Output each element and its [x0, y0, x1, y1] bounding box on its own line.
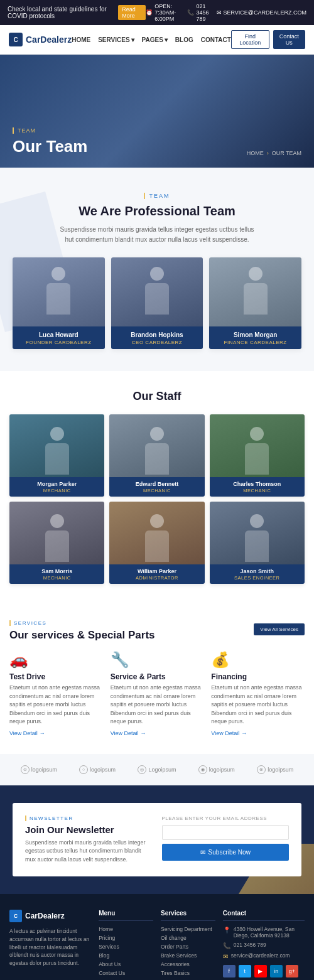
footer-link[interactable]: Brake Services [161, 952, 215, 959]
team-member-name: Luca Howard [18, 331, 100, 338]
footer-link[interactable]: Tires Basics [161, 970, 215, 976]
partner-name: logoipsum [31, 767, 57, 773]
service-name: Test Drive [9, 672, 103, 681]
partner-icon: ⊙ [21, 765, 30, 774]
hero-tag: TEAM [13, 127, 87, 134]
view-all-services-button[interactable]: View All Services [254, 623, 305, 635]
newsletter-tag: NEWSLETTER [25, 816, 153, 821]
breadcrumb: HOME › OUR TEAM [247, 150, 301, 156]
staff-card-info: Charles Thomson MECHANIC [210, 477, 305, 497]
phone-icon: 📞 [223, 942, 230, 949]
newsletter-title: Join Our Newsletter [25, 824, 153, 835]
footer-menu-title: Menu [99, 910, 153, 921]
contact-us-button[interactable]: Contact Us [273, 30, 305, 49]
partner-logo: ⊗ logoipsum [257, 765, 293, 774]
staff-member-name: Jason Smith [213, 568, 301, 574]
team-member-photo [111, 257, 203, 326]
partner-name: Logoipsum [148, 767, 176, 773]
footer-link[interactable]: Accessories [161, 961, 215, 967]
footer-link[interactable]: Contact Us [99, 970, 153, 976]
nav-pages[interactable]: PAGES ▾ [142, 36, 168, 43]
partner-name: logoipsum [209, 767, 235, 773]
footer-address: 📍 4380 Howell Avenue, San Diego, Califor… [223, 926, 305, 939]
newsletter-desc: Suspendisse morbi mauris gravida tellus … [25, 839, 153, 864]
financing-icon: 💰 [211, 651, 305, 669]
team-member-role: CEO CARDEALERZ [116, 340, 198, 345]
find-location-button[interactable]: Find Location [231, 30, 269, 49]
service-link[interactable]: View Detail → [9, 730, 103, 736]
footer-brand-col: C CarDealerz A lectus ac pulvinar tincid… [9, 910, 91, 979]
service-link[interactable]: View Detail → [111, 730, 204, 736]
list-item: Edward Bennett MECHANIC [109, 414, 204, 497]
staff-section: Our Staff Morgan Parker MECHANIC Edward … [0, 371, 314, 603]
footer-link[interactable]: Blog [99, 952, 153, 959]
location-icon: 📍 [223, 927, 230, 934]
list-item: Morgan Parker MECHANIC [9, 414, 104, 497]
staff-member-name: William Parker [112, 568, 201, 574]
footer-link[interactable]: Pricing [99, 935, 153, 941]
test-drive-icon: 🚗 [9, 651, 103, 669]
hours-info: ⏰ OPEN: 7:30AM-6:00PM [146, 3, 180, 22]
footer-link[interactable]: About Us [99, 961, 153, 967]
subscribe-button[interactable]: ✉ Subscribe Now [162, 844, 290, 861]
footer-contact-col: Contact 📍 4380 Howell Avenue, San Diego,… [223, 910, 305, 979]
newsletter-input-label: PLEASE ENTER YOUR EMAIL ADDRESS [162, 816, 290, 821]
service-name: Financing [211, 672, 305, 681]
footer-services-title: Services [161, 910, 215, 921]
linkedin-button[interactable]: in [270, 965, 283, 977]
arrow-icon: → [241, 730, 247, 736]
team-card: Simon Morgan FINANCE CARDEALERZ [209, 257, 301, 349]
logo[interactable]: C CarDealerz [9, 33, 72, 46]
staff-member-name: Sam Morris [13, 568, 101, 574]
service-link[interactable]: View Detail → [211, 730, 305, 736]
facebook-button[interactable]: f [223, 965, 236, 977]
newsletter-email-input[interactable] [162, 825, 290, 840]
partners-section: ⊙ logoipsum ○ logoipsum ◎ Logoipsum ◉ lo… [0, 754, 314, 785]
footer-link[interactable]: Services [99, 944, 153, 950]
breadcrumb-home[interactable]: HOME [247, 150, 264, 156]
services-grid: 🚗 Test Drive Etaetum ut non ante egestas… [9, 651, 305, 736]
phone-info: 📞 021 3456 789 [187, 3, 208, 22]
youtube-button[interactable]: ▶ [254, 965, 267, 977]
footer-logo-text: CarDealerz [25, 912, 65, 920]
professional-team-section: TEAM We Are Professional Team Suspendiss… [0, 168, 314, 371]
staff-member-name: Edward Bennett [112, 481, 201, 487]
services-title: Our services & Special Parts [9, 629, 155, 642]
googleplus-button[interactable]: g+ [286, 965, 298, 977]
twitter-button[interactable]: t [239, 965, 251, 977]
footer-link[interactable]: Servicing Department [161, 926, 215, 932]
service-item: 🔧 Service & Parts Etaetum ut non ante eg… [111, 651, 204, 736]
read-more-button[interactable]: Read More [118, 5, 146, 20]
services-section: SERVICES Our services & Special Parts Vi… [0, 603, 314, 754]
newsletter-left: NEWSLETTER Join Our Newsletter Suspendis… [25, 816, 153, 864]
staff-member-photo [210, 414, 305, 477]
arrow-icon: → [141, 730, 146, 736]
nav-blog[interactable]: BLOG [175, 36, 193, 43]
partner-logo: ⊙ logoipsum [21, 765, 57, 774]
service-item: 💰 Financing Etaetum ut non ante egestas … [211, 651, 305, 736]
staff-member-role: MECHANIC [213, 488, 301, 493]
staff-card-info: William Parker ADMINISTRATOR [109, 564, 204, 584]
staff-member-name: Charles Thomson [213, 481, 301, 487]
section-title-team: We Are Professional Team [13, 204, 301, 218]
footer-link[interactable]: Home [99, 926, 153, 932]
staff-member-role: SALES ENGINEER [213, 575, 301, 581]
staff-member-photo [109, 502, 204, 564]
footer-logo[interactable]: C CarDealerz [9, 910, 91, 922]
nav-services[interactable]: SERVICES ▾ [98, 36, 134, 43]
chevron-down-icon: ▾ [131, 36, 134, 43]
clock-icon: ⏰ [146, 9, 153, 16]
top-bar-right: ⏰ OPEN: 7:30AM-6:00PM 📞 021 3456 789 ✉ S… [146, 3, 306, 22]
team-member-name: Simon Morgan [214, 331, 296, 338]
footer-link[interactable]: Oil change [161, 935, 215, 941]
footer-contact-title: Contact [223, 910, 305, 921]
service-desc: Etaetum ut non ante egestas massa condim… [9, 684, 103, 726]
nav-contact[interactable]: CONTACT [201, 36, 231, 43]
newsletter-right: PLEASE ENTER YOUR EMAIL ADDRESS ✉ Subscr… [162, 816, 290, 861]
partner-icon: ⊗ [257, 765, 266, 774]
nav-home[interactable]: HOME [72, 36, 90, 43]
social-links: f t ▶ in g+ [223, 965, 305, 977]
footer-link[interactable]: Order Parts [161, 944, 215, 950]
staff-card-info: Sam Morris MECHANIC [9, 564, 104, 584]
partner-icon: ○ [79, 765, 88, 774]
